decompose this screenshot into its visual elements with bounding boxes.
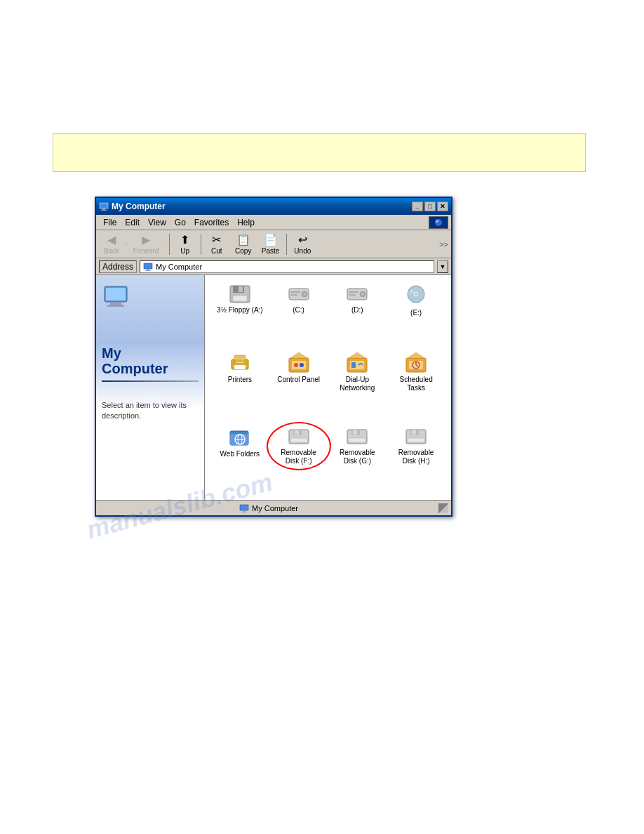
harddisk-icon (288, 284, 310, 304)
svg-rect-57 (295, 430, 299, 435)
icons-area: 3½ Floppy (A:) (C:) (205, 275, 451, 500)
control-panel-icon (288, 352, 310, 373)
e-drive-label: (E:) (410, 309, 422, 317)
svg-rect-68 (243, 510, 246, 512)
svg-point-24 (362, 293, 364, 296)
svg-marker-45 (408, 352, 424, 358)
svg-point-5 (436, 220, 438, 223)
removable-h-icon (405, 427, 427, 446)
menu-file[interactable]: File (99, 216, 121, 229)
floppy-icon (229, 284, 251, 304)
svg-rect-1 (102, 208, 105, 210)
printers-icon (229, 352, 251, 373)
left-panel: My Computer Select an item to view its d… (96, 275, 205, 500)
copy-button[interactable]: 📋 Copy (231, 232, 256, 256)
svg-rect-7 (147, 269, 149, 270)
menu-go[interactable]: Go (170, 216, 190, 229)
c-drive-label: (C:) (293, 306, 304, 315)
cdrom-icon (405, 284, 427, 307)
removable-g-icon (346, 427, 368, 446)
cut-button[interactable]: ✂ Cut (204, 232, 229, 256)
back-button[interactable]: ◀ Back (99, 232, 124, 256)
status-bar-text-area: My Computer (99, 504, 438, 512)
left-panel-divider (102, 380, 199, 382)
svg-rect-0 (100, 203, 108, 208)
svg-rect-16 (233, 296, 247, 301)
forward-button[interactable]: ▶ Forward (129, 232, 163, 256)
icon-removable-f[interactable]: Removable Disk (F:) (271, 425, 327, 468)
paste-button[interactable]: 📄 Paste (257, 232, 284, 256)
control-panel-label: Control Panel (277, 376, 320, 384)
svg-rect-12 (107, 305, 124, 307)
web-folders-icon (229, 427, 251, 448)
svg-rect-2 (101, 210, 107, 211)
address-dropdown[interactable]: ▼ (437, 260, 448, 273)
title-bar: My Computer _ □ ✕ (96, 198, 451, 215)
svg-rect-58 (290, 438, 307, 442)
svg-rect-62 (349, 438, 365, 442)
icon-removable-h[interactable]: Removable Disk (H:) (388, 425, 444, 468)
left-panel-description: Select an item to view its description. (102, 400, 199, 422)
floppy-label: 3½ Floppy (A:) (217, 306, 263, 315)
up-icon: ⬆ (180, 233, 189, 246)
up-button[interactable]: ⬆ Up (173, 232, 198, 256)
title-bar-left: My Computer (99, 201, 166, 211)
menu-view[interactable]: View (144, 216, 170, 229)
toolbar-expand[interactable]: >> (439, 240, 448, 249)
svg-rect-65 (412, 430, 416, 435)
svg-point-39 (300, 363, 304, 367)
close-button[interactable]: ✕ (437, 201, 448, 211)
icon-e-drive[interactable]: (E:) (388, 282, 444, 319)
svg-point-29 (415, 293, 417, 296)
icon-web-folders[interactable]: Web Folders (212, 425, 268, 461)
icon-scheduled-tasks[interactable]: Scheduled Tasks (388, 350, 444, 395)
removable-f-icon (288, 427, 310, 446)
dialup-label: Dial-Up Networking (340, 376, 375, 392)
svg-rect-11 (110, 302, 121, 305)
menu-favorites[interactable]: Favorites (190, 216, 233, 229)
svg-rect-33 (234, 365, 246, 369)
harddisk-d-icon (346, 284, 368, 304)
removable-h-label: Removable Disk (H:) (398, 449, 434, 465)
d-drive-label: (D:) (351, 306, 363, 315)
my-computer-window: My Computer _ □ ✕ File Edit View Go Favo… (95, 197, 452, 517)
back-icon: ◀ (107, 233, 116, 246)
svg-rect-43 (351, 362, 356, 368)
address-input[interactable]: My Computer (140, 260, 434, 273)
icon-printers[interactable]: Printers (212, 350, 268, 386)
address-bar: Address My Computer ▼ (96, 258, 451, 275)
scheduled-tasks-label: Scheduled Tasks (399, 376, 432, 392)
svg-rect-26 (349, 294, 356, 296)
icon-dialup[interactable]: Dial-Up Networking (330, 350, 386, 395)
maximize-button[interactable]: □ (424, 201, 436, 211)
printers-label: Printers (228, 376, 252, 384)
cut-icon: ✂ (212, 233, 221, 246)
icon-removable-g[interactable]: Removable Disk (G:) (330, 425, 386, 468)
icon-c-drive[interactable]: (C:) (271, 282, 327, 317)
left-panel-title: My Computer (102, 345, 199, 376)
svg-rect-10 (106, 288, 126, 300)
svg-marker-41 (349, 352, 365, 358)
icon-d-drive[interactable]: (D:) (330, 282, 386, 317)
svg-point-19 (303, 293, 305, 296)
paste-icon: 📄 (264, 233, 278, 246)
address-label: Address (99, 260, 137, 273)
svg-rect-8 (145, 270, 151, 271)
status-bar: My Computer (96, 500, 451, 515)
svg-rect-21 (290, 294, 297, 296)
minimize-button[interactable]: _ (412, 201, 423, 211)
status-bar-resize[interactable] (438, 503, 448, 513)
svg-rect-66 (408, 438, 424, 442)
svg-rect-34 (236, 362, 244, 363)
menu-items: File Edit View Go Favorites Help (99, 216, 259, 229)
undo-button[interactable]: ↩ Undo (290, 232, 315, 256)
icon-control-panel[interactable]: Control Panel (271, 350, 327, 386)
menu-edit[interactable]: Edit (121, 216, 144, 229)
dialup-icon (346, 352, 368, 373)
main-content: My Computer Select an item to view its d… (96, 275, 451, 500)
toolbar: ◀ Back · ▶ Forward · ⬆ Up ✂ Cut 📋 Copy 📄 (96, 230, 451, 258)
status-text: My Computer (252, 504, 298, 512)
menu-help[interactable]: Help (233, 216, 259, 229)
icon-floppy-a[interactable]: 3½ Floppy (A:) (212, 282, 268, 317)
menu-logo-icon (431, 218, 445, 227)
